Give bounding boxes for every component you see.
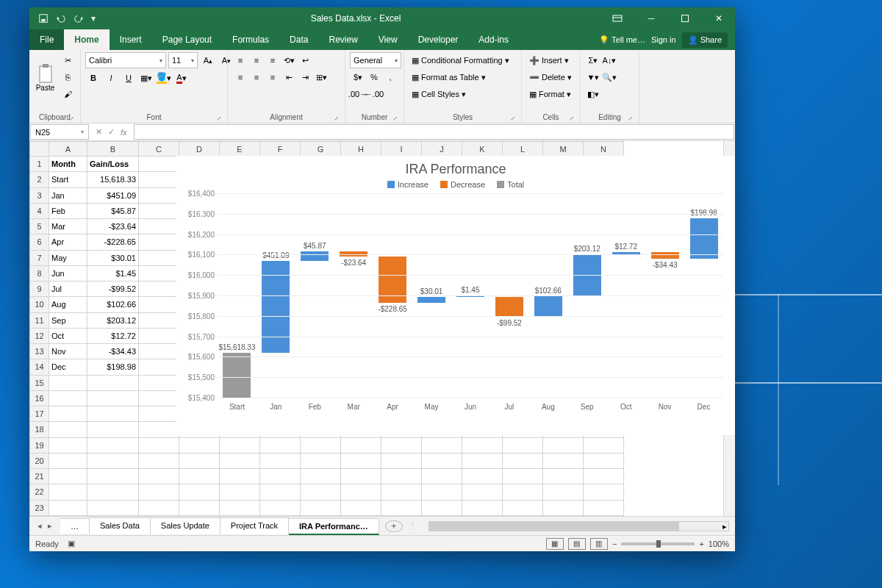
cell[interactable]	[139, 453, 179, 468]
cell[interactable]: $12.72	[87, 328, 139, 343]
cell[interactable]	[139, 187, 179, 203]
ribbon-tab-data[interactable]: Data	[279, 29, 318, 50]
row-header[interactable]: 7	[30, 250, 49, 265]
col-header-C[interactable]: C	[139, 142, 179, 157]
cell[interactable]	[49, 469, 87, 484]
col-header-G[interactable]: G	[301, 142, 341, 157]
cell[interactable]	[543, 437, 584, 453]
row-header[interactable]: 20	[30, 453, 49, 468]
align-right-icon[interactable]: ≡	[265, 69, 281, 85]
cell[interactable]: Dec	[49, 359, 87, 375]
sign-in[interactable]: Sign in	[651, 35, 676, 44]
cell[interactable]	[49, 437, 87, 453]
increase-font-icon[interactable]: A▴	[200, 52, 216, 68]
cell[interactable]: -$23.64	[87, 219, 139, 234]
cell[interactable]	[301, 469, 341, 484]
cell[interactable]	[301, 453, 341, 468]
cell[interactable]	[543, 469, 584, 484]
cell[interactable]	[139, 297, 179, 312]
cell[interactable]	[139, 234, 179, 250]
row-header[interactable]: 3	[30, 187, 49, 203]
close-button[interactable]: ✕	[703, 7, 735, 29]
sheet-tab[interactable]: IRA Performanc…	[289, 518, 379, 535]
cell[interactable]	[584, 453, 624, 468]
decrease-decimal-icon[interactable]: ←.00	[366, 86, 382, 102]
cell[interactable]	[139, 203, 179, 218]
cell[interactable]	[220, 453, 260, 468]
row-header[interactable]: 15	[30, 375, 49, 390]
col-header-I[interactable]: I	[381, 142, 422, 157]
select-all-corner[interactable]	[30, 142, 49, 157]
cell[interactable]	[87, 375, 139, 390]
cell[interactable]	[220, 469, 260, 484]
cell[interactable]	[341, 437, 381, 453]
cell[interactable]	[87, 406, 139, 422]
col-header-N[interactable]: N	[584, 142, 624, 157]
cell[interactable]	[179, 484, 220, 500]
cell[interactable]	[139, 437, 179, 453]
zoom-out-button[interactable]: −	[612, 539, 617, 548]
cell[interactable]: $1.45	[87, 265, 139, 281]
cell[interactable]	[220, 484, 260, 500]
cell[interactable]	[301, 500, 341, 516]
row-header[interactable]: 17	[30, 406, 49, 422]
cell[interactable]	[49, 390, 87, 406]
row-header[interactable]: 16	[30, 390, 49, 406]
bold-button[interactable]: B	[85, 70, 101, 86]
tell-me[interactable]: 💡 Tell me…	[599, 35, 645, 45]
zoom-level[interactable]: 100%	[709, 539, 729, 548]
ribbon-tab-formulas[interactable]: Formulas	[222, 29, 279, 50]
font-name-combo[interactable]: Calibri▾	[85, 52, 166, 68]
formula-input[interactable]	[134, 124, 734, 140]
cell[interactable]: 15,618.33	[87, 172, 139, 187]
cell[interactable]	[341, 453, 381, 468]
cell[interactable]	[87, 500, 139, 516]
sort-filter-icon[interactable]: A↓▾	[601, 52, 617, 68]
cell[interactable]	[462, 437, 503, 453]
cell[interactable]	[49, 375, 87, 390]
cell[interactable]	[422, 484, 462, 500]
cell[interactable]: Gain/Loss	[87, 157, 139, 172]
cell[interactable]	[139, 344, 179, 359]
cell[interactable]	[49, 500, 87, 516]
cell[interactable]	[341, 469, 381, 484]
cell[interactable]: Mar	[49, 219, 87, 234]
cell[interactable]	[503, 437, 543, 453]
autosum-icon[interactable]: Σ▾	[585, 52, 601, 68]
col-header-L[interactable]: L	[503, 142, 543, 157]
align-center-icon[interactable]: ≡	[248, 69, 265, 85]
format-painter-icon[interactable]: 🖌	[60, 86, 76, 102]
cell[interactable]	[503, 500, 543, 516]
undo-icon[interactable]	[56, 13, 66, 24]
ribbon-tab-review[interactable]: Review	[318, 29, 368, 50]
cell[interactable]	[462, 453, 503, 468]
cell[interactable]: Apr	[49, 234, 87, 250]
fill-icon[interactable]: ▼▾	[585, 69, 601, 85]
share-button[interactable]: 👤 Share	[682, 32, 728, 48]
macro-record-icon[interactable]: ▣	[68, 539, 75, 548]
cell[interactable]	[584, 469, 624, 484]
format-cells-button[interactable]: ▦ Format ▾	[526, 86, 574, 102]
row-header[interactable]: 4	[30, 203, 49, 218]
waterfall-chart[interactable]: IRA Performance IncreaseDecreaseTotal $1…	[176, 156, 735, 435]
ribbon-tab-add-ins[interactable]: Add-ins	[468, 29, 519, 50]
cut-icon[interactable]: ✂	[60, 52, 76, 68]
cell[interactable]	[139, 312, 179, 328]
cell[interactable]: Jun	[49, 265, 87, 281]
cell[interactable]	[87, 484, 139, 500]
ribbon-tab-page-layout[interactable]: Page Layout	[152, 29, 222, 50]
col-header-H[interactable]: H	[341, 142, 381, 157]
row-header[interactable]: 1	[30, 157, 49, 172]
delete-cells-button[interactable]: ➖ Delete ▾	[526, 69, 575, 85]
cell[interactable]	[220, 500, 260, 516]
zoom-slider[interactable]	[621, 542, 695, 545]
increase-decimal-icon[interactable]: .00→	[350, 86, 366, 102]
border-icon[interactable]: ▦▾	[138, 70, 154, 86]
cell[interactable]: $198.98	[87, 359, 139, 375]
cell[interactable]: Month	[49, 157, 87, 172]
row-header[interactable]: 19	[30, 437, 49, 453]
copy-icon[interactable]: ⎘	[60, 69, 76, 85]
cell[interactable]	[381, 469, 422, 484]
cell-styles-button[interactable]: ▦ Cell Styles ▾	[409, 86, 469, 102]
col-header-K[interactable]: K	[462, 142, 503, 157]
